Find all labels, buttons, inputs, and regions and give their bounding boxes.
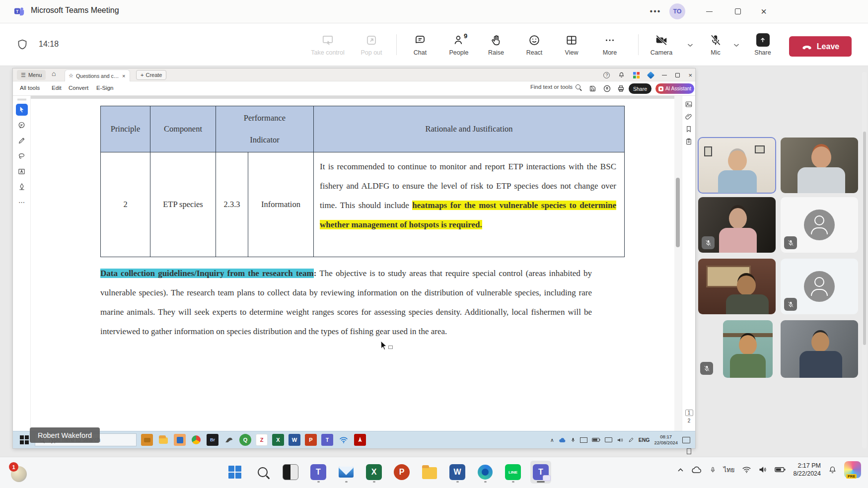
bridge-app-icon[interactable]: Br: [207, 434, 218, 446]
pencil-tool-button[interactable]: [16, 135, 28, 146]
speaker-tray-icon[interactable]: [759, 466, 767, 473]
save-icon[interactable]: [589, 85, 596, 92]
tray-pen-icon[interactable]: [628, 437, 634, 443]
participant-tile[interactable]: [781, 138, 858, 193]
tray-chevron-icon[interactable]: [677, 468, 684, 472]
clipboard-icon[interactable]: [685, 138, 693, 145]
tray-chevron-icon[interactable]: ∧: [550, 437, 554, 443]
create-tab-button[interactable]: + Create: [136, 70, 166, 80]
ai-assistant-button[interactable]: AI Assistant: [655, 83, 694, 94]
text-box-tool-button[interactable]: [16, 165, 28, 177]
react-button[interactable]: React: [516, 30, 552, 59]
participant-tile-active-speaker[interactable]: [698, 138, 776, 193]
export-image-icon[interactable]: [685, 100, 693, 108]
camera-options-chevron[interactable]: [687, 43, 693, 47]
preview-program-icon[interactable]: PRE: [844, 461, 861, 478]
pdf-scrollbar[interactable]: [674, 96, 682, 431]
titlebar-more-icon[interactable]: •••: [646, 4, 665, 19]
folder-app-icon[interactable]: [157, 434, 169, 446]
rail-grip[interactable]: [17, 99, 26, 100]
teams-app-icon[interactable]: T: [321, 434, 333, 446]
tray-monitor-icon[interactable]: [605, 437, 612, 442]
page-thumbnail-1[interactable]: 1: [685, 410, 693, 416]
wifi-tray-icon[interactable]: [742, 466, 751, 473]
chat-button[interactable]: Chat: [402, 30, 438, 59]
camera-button[interactable]: Camera: [644, 30, 679, 59]
powerpoint-taskbar-icon[interactable]: P: [391, 461, 412, 484]
mic-button[interactable]: Mic: [698, 30, 733, 59]
outlook-app-icon[interactable]: [174, 434, 186, 446]
start-button[interactable]: [224, 461, 245, 484]
help-icon[interactable]: ?: [603, 72, 610, 78]
tray-battery-icon[interactable]: [592, 437, 600, 442]
maximize-button[interactable]: [725, 0, 751, 23]
notification-app-icon[interactable]: 1: [11, 463, 30, 482]
language-indicator[interactable]: ไทย: [723, 465, 735, 475]
task-view-button[interactable]: [280, 461, 301, 484]
acrobat-menu-button[interactable]: ☰ Menu: [17, 70, 46, 80]
fill-sign-tool-button[interactable]: [16, 181, 28, 193]
teams-meeting-taskbar-icon[interactable]: T: [530, 461, 551, 484]
rail-more-button[interactable]: ⋯: [16, 196, 28, 208]
word-app-icon[interactable]: W: [289, 434, 300, 446]
tray-speaker-icon[interactable]: [617, 437, 624, 443]
inner-start-icon[interactable]: [20, 435, 29, 444]
participant-tile[interactable]: [781, 320, 858, 378]
pdf-scrollbar-thumb[interactable]: [676, 178, 680, 247]
bookmark-icon[interactable]: [685, 125, 693, 133]
view-button[interactable]: View: [554, 30, 589, 59]
qgis-app-icon[interactable]: Q: [239, 434, 251, 446]
acrobat-minimize-icon[interactable]: [662, 75, 667, 75]
acrobat-app-icon[interactable]: [354, 434, 366, 446]
notification-bell-icon[interactable]: [828, 466, 837, 474]
page-thumbnail-2[interactable]: 2: [685, 418, 693, 423]
menu-esign[interactable]: E-Sign: [96, 85, 114, 91]
attachment-icon[interactable]: [685, 113, 693, 121]
tray-mic-icon[interactable]: [571, 437, 576, 443]
taskbar-clock[interactable]: 2:17 PM 8/22/2024: [793, 462, 821, 478]
zotero-app-icon[interactable]: Z: [256, 434, 268, 446]
battery-tray-icon[interactable]: [775, 467, 786, 473]
mail-taskbar-icon[interactable]: [336, 461, 357, 484]
find-tools-button[interactable]: Find text or tools: [530, 84, 580, 90]
participant-scrollbar-thumb[interactable]: [863, 132, 866, 345]
close-button[interactable]: ×: [751, 0, 777, 23]
menu-edit[interactable]: Edit: [52, 85, 62, 91]
comment-tool-button[interactable]: [16, 119, 28, 131]
raise-hand-button[interactable]: Raise: [478, 30, 514, 59]
participant-tile-no-video[interactable]: [781, 259, 858, 314]
mic-tray-icon[interactable]: [710, 466, 716, 474]
document-tab[interactable]: ☆ Questions and comment... ×: [65, 70, 130, 81]
leave-button[interactable]: Leave: [789, 36, 852, 57]
acrobat-share-button[interactable]: Share: [629, 83, 651, 94]
participant-tile[interactable]: [698, 197, 776, 253]
share-button[interactable]: Share: [745, 30, 781, 59]
line-taskbar-icon[interactable]: LINE: [503, 461, 523, 484]
menu-convert[interactable]: Convert: [69, 85, 88, 91]
user-avatar[interactable]: TO: [669, 3, 685, 19]
cloud-upload-icon[interactable]: [603, 84, 611, 93]
excel-app-icon[interactable]: X: [272, 434, 284, 446]
lasso-tool-button[interactable]: [16, 150, 28, 162]
fit-page-icon[interactable]: [685, 448, 694, 456]
excel-taskbar-icon[interactable]: X: [363, 461, 384, 484]
chrome-app-icon[interactable]: [190, 434, 202, 446]
ai-space-icon[interactable]: [647, 71, 655, 79]
people-button[interactable]: 9 People: [441, 30, 477, 59]
word-taskbar-icon[interactable]: W: [447, 461, 468, 484]
action-center-icon[interactable]: [682, 437, 690, 443]
acrobat-close-icon[interactable]: ×: [688, 71, 692, 79]
participant-tile-portrait[interactable]: [723, 320, 773, 378]
tray-display-icon[interactable]: [580, 437, 587, 443]
participant-scrollbar[interactable]: [862, 72, 867, 448]
mic-options-chevron[interactable]: [733, 43, 739, 47]
teams-taskbar-icon[interactable]: T: [308, 461, 329, 484]
tab-close-icon[interactable]: ×: [122, 73, 125, 79]
home-icon[interactable]: ⌂: [52, 70, 56, 77]
app-waffle-icon[interactable]: [633, 72, 640, 78]
edge-taskbar-icon[interactable]: [475, 461, 496, 484]
powerpoint-app-icon[interactable]: P: [305, 434, 317, 446]
print-icon[interactable]: [617, 84, 625, 93]
tray-cloud-icon[interactable]: [559, 437, 566, 443]
inner-clock[interactable]: 08:17 22/08/2024: [654, 434, 678, 446]
